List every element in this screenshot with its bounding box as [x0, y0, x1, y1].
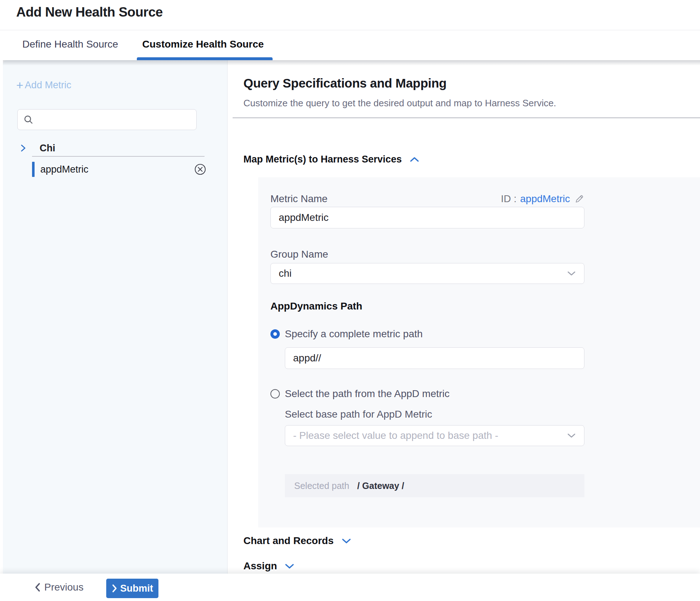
- chart-records-section-header[interactable]: Chart and Records: [243, 535, 352, 547]
- page-heading: Query Specifications and Mapping: [243, 76, 447, 90]
- chevron-down-icon[interactable]: [284, 562, 295, 570]
- metric-name-input[interactable]: [270, 207, 584, 228]
- base-path-label: Select base path for AppD Metric: [285, 409, 584, 421]
- page-subheading: Customize the query to get the desired o…: [243, 98, 556, 109]
- chevron-right-icon[interactable]: [19, 144, 27, 152]
- submit-button[interactable]: Submit: [106, 579, 158, 598]
- selected-path-value: / Gateway /: [357, 481, 404, 491]
- dialog-footer: Previous Submit: [0, 574, 700, 601]
- base-path-select[interactable]: - Please select value to append to base …: [285, 425, 584, 446]
- metric-id-row: ID : appdMetric: [501, 193, 584, 205]
- metric-name-label: Metric Name: [270, 193, 328, 205]
- assign-section-header[interactable]: Assign: [243, 560, 295, 572]
- radio-select-path-label: Select the path from the AppD metric: [285, 388, 450, 400]
- metric-item-label: appdMetric: [40, 164, 89, 175]
- radio-select-appd-path[interactable]: Select the path from the AppD metric: [270, 388, 584, 399]
- radio-selected-icon[interactable]: [270, 329, 280, 339]
- previous-button[interactable]: Previous: [34, 574, 84, 601]
- chevron-up-icon[interactable]: [409, 156, 420, 163]
- add-metric-button[interactable]: + Add Metric: [16, 80, 71, 91]
- map-metrics-section-title: Map Metric(s) to Harness Services: [243, 154, 402, 165]
- complete-metric-path-input[interactable]: [285, 347, 584, 369]
- selected-path-label: Selected path: [294, 481, 349, 491]
- map-metrics-form-panel: Metric Name ID : appdMetric: [258, 177, 700, 527]
- search-icon: [23, 115, 33, 125]
- assign-title: Assign: [243, 560, 277, 572]
- tab-bar: Define Health Source Customize Health So…: [0, 31, 700, 60]
- metric-group-label: Chi: [40, 143, 55, 154]
- chevron-down-icon: [567, 271, 576, 276]
- selected-path-strip: Selected path / Gateway /: [285, 474, 584, 497]
- chart-records-title: Chart and Records: [243, 535, 334, 547]
- metric-list-item[interactable]: appdMetric: [3, 161, 227, 177]
- tab-define-health-source[interactable]: Define Health Source: [22, 39, 118, 50]
- map-metrics-section-header[interactable]: Map Metric(s) to Harness Services: [243, 154, 420, 165]
- group-name-select[interactable]: chi: [270, 263, 584, 284]
- tab-customize-health-source[interactable]: Customize Health Source: [142, 39, 264, 50]
- plus-icon: +: [16, 80, 23, 90]
- page-title: Add New Health Source: [16, 5, 163, 20]
- group-name-value: chi: [279, 268, 292, 279]
- base-path-placeholder: - Please select value to append to base …: [293, 430, 498, 441]
- id-value-link[interactable]: appdMetric: [520, 193, 570, 205]
- add-health-source-dialog: Add New Health Source Define Health Sour…: [0, 0, 700, 601]
- chevron-right-icon: [112, 584, 117, 593]
- radio-complete-path-label: Specify a complete metric path: [285, 328, 423, 340]
- metrics-sidebar: + Add Metric Chi: [3, 60, 228, 574]
- add-metric-label: Add Metric: [25, 80, 71, 91]
- radio-unselected-icon[interactable]: [270, 389, 280, 399]
- dialog-body: + Add Metric Chi: [0, 60, 700, 574]
- group-name-label: Group Name: [270, 249, 584, 261]
- chevron-down-icon[interactable]: [341, 537, 352, 544]
- appdynamics-path-title: AppDynamics Path: [270, 300, 584, 313]
- metric-name-label-row: Metric Name ID : appdMetric: [270, 192, 584, 205]
- delete-metric-icon[interactable]: [194, 163, 207, 176]
- edit-pencil-icon[interactable]: [574, 194, 584, 204]
- submit-label: Submit: [120, 583, 153, 594]
- selected-indicator: [32, 162, 35, 177]
- active-tab-underline: [137, 57, 273, 60]
- content-divider: [233, 117, 700, 118]
- metric-group-row[interactable]: Chi: [3, 140, 227, 156]
- dialog-header: Add New Health Source: [0, 0, 700, 30]
- metric-search-input[interactable]: [38, 114, 189, 125]
- previous-label: Previous: [44, 582, 84, 593]
- metric-search-box: [17, 109, 197, 130]
- id-label: ID :: [501, 193, 517, 205]
- radio-complete-metric-path[interactable]: Specify a complete metric path: [270, 329, 584, 339]
- chevron-left-icon: [34, 583, 41, 592]
- chevron-down-icon: [567, 433, 576, 438]
- query-spec-panel: Query Specifications and Mapping Customi…: [228, 60, 700, 574]
- sidebar-divider: [32, 156, 205, 157]
